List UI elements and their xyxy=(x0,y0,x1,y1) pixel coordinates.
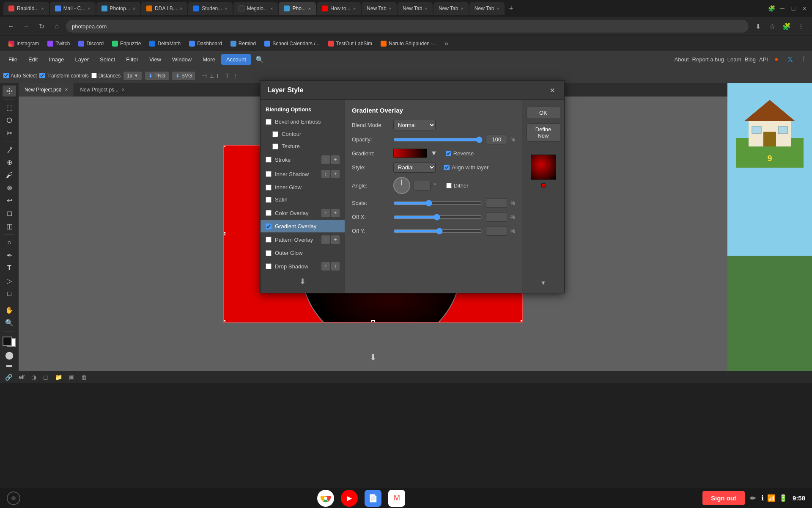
gradient-overlay-checkbox[interactable] xyxy=(266,224,272,229)
blend-mode-select[interactable]: Normal xyxy=(393,120,436,130)
docs-app-icon[interactable]: 📄 xyxy=(365,490,381,507)
info-icon[interactable]: ℹ xyxy=(761,494,764,502)
style-pattern-overlay[interactable]: Pattern Overlay ↑ + xyxy=(261,232,345,247)
selection-handle-bm[interactable] xyxy=(371,320,375,323)
bookmark-edpuzzle[interactable]: Edpuzzle xyxy=(109,39,144,48)
contrast-icon[interactable]: ◑ xyxy=(31,374,36,381)
bookmark-naruto[interactable]: Naruto Shippuden -... xyxy=(377,39,440,48)
system-circle-icon[interactable] xyxy=(7,491,20,505)
tab-dda[interactable]: DDA I B... × xyxy=(141,2,187,15)
gradient-preview[interactable] xyxy=(393,149,427,158)
align-layer-toggle[interactable]: Align with layer xyxy=(444,164,488,171)
chrome-menu-icon[interactable]: ⋮ xyxy=(795,20,807,32)
contour-checkbox[interactable] xyxy=(272,131,278,137)
tab-close[interactable]: × xyxy=(88,6,90,11)
auto-select-toggle[interactable]: Auto-Select xyxy=(3,73,37,79)
inner-shadow-add-button[interactable]: + xyxy=(331,170,340,178)
menu-file[interactable]: File xyxy=(3,54,22,65)
clone-stamp-tool[interactable]: ⊛ xyxy=(3,182,16,193)
menu-edit[interactable]: Edit xyxy=(23,54,43,65)
canvas-tab-close[interactable]: × xyxy=(122,87,125,93)
tab-close[interactable]: × xyxy=(353,6,356,11)
battery-icon[interactable]: 🔋 xyxy=(779,494,787,502)
style-blending-options[interactable]: Blending Options xyxy=(261,103,345,116)
menu-more[interactable]: More xyxy=(198,54,220,65)
align-layer-checkbox[interactable] xyxy=(444,165,450,170)
offy-input[interactable]: 3 xyxy=(486,226,507,236)
style-drop-shadow[interactable]: Drop Shadow ↑ + xyxy=(261,259,345,273)
offx-input[interactable]: -3 xyxy=(486,212,507,222)
auto-select-checkbox[interactable] xyxy=(3,73,9,78)
home-button[interactable]: ⌂ xyxy=(51,20,63,32)
tab-close[interactable]: × xyxy=(41,6,44,11)
menu-report-bug[interactable]: Report a bug xyxy=(692,56,724,63)
zoom-tool[interactable]: 🔍 xyxy=(3,318,16,329)
reload-button[interactable]: ↻ xyxy=(36,20,47,32)
lasso-tool[interactable] xyxy=(3,115,16,126)
angle-input[interactable]: 90 xyxy=(414,181,431,190)
layer-style-icon[interactable]: ◻ xyxy=(43,374,48,381)
path-selection-tool[interactable]: ▷ xyxy=(3,275,16,286)
reverse-checkbox[interactable] xyxy=(446,151,451,156)
crop-tool[interactable]: ✂ xyxy=(3,127,16,138)
bookmark-testout[interactable]: TestOut LabSim xyxy=(325,39,376,48)
menu-layer[interactable]: Layer xyxy=(70,54,94,65)
selection-handle-bl[interactable] xyxy=(223,320,225,323)
selection-handle-tl[interactable] xyxy=(223,145,225,147)
bookmark-deltamath[interactable]: DeltaMath xyxy=(146,39,184,48)
menu-api[interactable]: API xyxy=(759,56,768,63)
menu-filter[interactable]: Filter xyxy=(121,54,143,65)
tab-close[interactable]: × xyxy=(133,6,135,11)
selection-handle-ml[interactable] xyxy=(223,232,225,235)
forward-button[interactable]: → xyxy=(20,20,32,32)
address-bar[interactable]: photopea.com xyxy=(66,20,749,33)
reddit-icon[interactable]: ● xyxy=(771,54,782,64)
dither-toggle[interactable]: Dither xyxy=(446,182,469,189)
menu-learn[interactable]: Learn xyxy=(727,56,741,63)
gradient-dropdown-arrow[interactable]: ▼ xyxy=(431,149,437,157)
transform-controls-checkbox[interactable] xyxy=(39,73,45,78)
satin-checkbox[interactable] xyxy=(266,197,272,203)
new-tab-button[interactable]: + xyxy=(505,3,517,14)
scroll-handle[interactable]: ⬇ xyxy=(370,352,377,362)
texture-checkbox[interactable] xyxy=(272,144,278,149)
pattern-overlay-checkbox[interactable] xyxy=(266,237,272,243)
maximize-button[interactable]: □ xyxy=(789,4,798,13)
inner-shadow-checkbox[interactable] xyxy=(266,171,272,177)
pattern-overlay-add-button[interactable]: + xyxy=(331,235,340,244)
ok-button[interactable]: OK xyxy=(527,107,560,119)
style-inner-shadow[interactable]: Inner Shadow ↕ + xyxy=(261,167,345,181)
foreground-color-swatch[interactable] xyxy=(3,337,12,346)
pencil-icon[interactable]: ✏ xyxy=(750,494,756,503)
zoom-selector[interactable]: 1x ▼ xyxy=(123,71,142,80)
pen-tool[interactable]: ✒ xyxy=(3,250,16,261)
hand-tool[interactable]: ✋ xyxy=(3,305,16,316)
dither-checkbox[interactable] xyxy=(446,183,452,188)
tab-howto[interactable]: How to... × xyxy=(317,2,361,15)
quick-mask-toggle[interactable]: ⬤ xyxy=(5,351,14,360)
bookmark-remind[interactable]: Remind xyxy=(227,39,259,48)
tab-newtab2[interactable]: New Tab × xyxy=(398,2,433,15)
stroke-add-button[interactable]: + xyxy=(331,155,340,164)
align-center-icon[interactable]: ⊥ xyxy=(209,72,214,79)
inner-glow-checkbox[interactable] xyxy=(266,185,272,190)
tab-close[interactable]: × xyxy=(225,6,227,11)
style-inner-glow[interactable]: Inner Glow xyxy=(261,181,345,193)
scale-slider[interactable] xyxy=(393,200,483,207)
chrome-app-icon[interactable] xyxy=(317,490,334,507)
bookmarks-more[interactable]: » xyxy=(442,38,451,49)
gradient-tool[interactable]: ◫ xyxy=(3,221,16,232)
gmail-app-icon[interactable]: M xyxy=(388,490,405,507)
dialog-list-scroll[interactable]: ⬇ xyxy=(261,273,345,290)
tab-close[interactable]: × xyxy=(425,6,427,11)
pattern-overlay-up-button[interactable]: ↑ xyxy=(321,235,330,244)
folder-icon[interactable]: 📁 xyxy=(55,374,62,381)
tab-newtab1[interactable]: New Tab × xyxy=(362,2,397,15)
menu-select[interactable]: Select xyxy=(95,54,120,65)
style-select[interactable]: Radial Linear Angle Reflected Diamond xyxy=(393,162,436,173)
tab-photopea-active[interactable]: Pho... × xyxy=(279,2,316,15)
color-overlay-checkbox[interactable] xyxy=(266,210,272,216)
tab-close[interactable]: × xyxy=(270,6,273,11)
align-right-icon[interactable]: ⊢ xyxy=(217,72,222,79)
delete-icon[interactable]: 🗑 xyxy=(81,374,87,381)
